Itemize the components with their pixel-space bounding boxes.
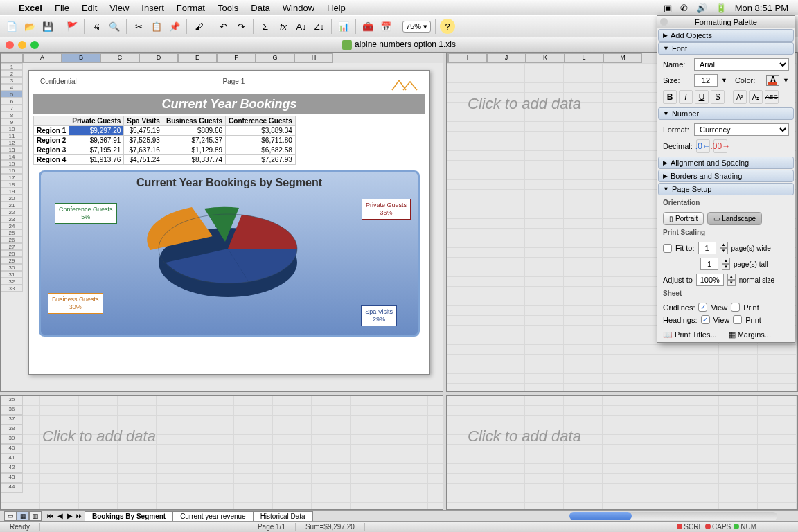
number-format-select[interactable]: Currency <box>694 123 789 136</box>
section-add-objects[interactable]: ▶Add Objects <box>658 29 794 42</box>
menu-edit[interactable]: Edit <box>82 3 97 13</box>
decrease-decimal-button[interactable]: .0← <box>696 139 710 153</box>
placeholder-br[interactable]: Click to add data <box>468 427 581 445</box>
fit-tall-input[interactable] <box>700 258 718 270</box>
section-alignment[interactable]: ▶Alignment and Spacing <box>658 157 794 169</box>
minimize-button[interactable] <box>18 41 26 49</box>
fit-wide-stepper[interactable]: ▲▼ <box>720 242 728 254</box>
flag-button[interactable]: 🚩 <box>64 19 80 34</box>
gridlines-print-checkbox[interactable] <box>731 303 740 312</box>
landscape-button[interactable]: ▭ Landscape <box>707 212 762 225</box>
placeholder-bl[interactable]: Click to add data <box>42 427 156 445</box>
italic-button[interactable]: I <box>679 90 693 104</box>
zoom-select[interactable]: 75% ▾ <box>402 21 431 33</box>
tab-prev-button[interactable]: ◀ <box>55 512 65 520</box>
col-c[interactable]: C <box>100 53 139 63</box>
preview-button[interactable]: 🔍 <box>107 19 122 34</box>
clock[interactable]: Mon 8:51 PM <box>735 3 788 13</box>
menu-insert[interactable]: Insert <box>141 3 164 13</box>
underline-button[interactable]: U <box>695 90 709 104</box>
palette-close-button[interactable] <box>660 18 668 26</box>
toolbox-button[interactable]: 🧰 <box>360 19 375 34</box>
close-button[interactable] <box>6 41 14 49</box>
adjust-input[interactable] <box>696 274 724 286</box>
tab-first-button[interactable]: ⏮ <box>46 512 55 520</box>
print-titles-button[interactable]: 📖 Print Titles... <box>663 330 717 339</box>
help-button[interactable]: ? <box>440 19 455 34</box>
portrait-button[interactable]: ▯ Portrait <box>663 212 704 225</box>
section-borders[interactable]: ▶Borders and Shading <box>658 170 794 182</box>
menu-app[interactable]: Excel <box>19 3 42 13</box>
pane-br[interactable]: Click to add data <box>446 395 798 510</box>
volume-icon[interactable]: 🔊 <box>696 3 707 13</box>
phone-icon[interactable]: ✆ <box>680 3 688 13</box>
menu-file[interactable]: File <box>55 3 69 13</box>
calendar-button[interactable]: 📅 <box>378 19 393 34</box>
new-button[interactable]: 📄 <box>4 19 19 34</box>
view-break-button[interactable]: ▥ <box>29 511 42 521</box>
superscript-button[interactable]: A² <box>733 90 747 104</box>
menu-view[interactable]: View <box>109 3 129 13</box>
gridlines-view-checkbox[interactable]: ✓ <box>698 303 707 312</box>
pane-bl[interactable]: 35363738394041424344 Click to add data <box>0 395 443 510</box>
adjust-stepper[interactable]: ▲▼ <box>727 274 736 286</box>
bold-button[interactable]: B <box>663 90 677 104</box>
battery-icon[interactable]: 🔋 <box>716 3 727 13</box>
menu-format[interactable]: Format <box>177 3 205 13</box>
fit-to-checkbox[interactable] <box>663 244 672 253</box>
view-layout-button[interactable]: ▦ <box>17 511 29 521</box>
section-page-setup[interactable]: ▼Page Setup <box>658 183 794 195</box>
menu-data[interactable]: Data <box>251 3 269 13</box>
section-font[interactable]: ▼Font <box>658 42 794 55</box>
tab-bookings[interactable]: Bookings By Segment <box>85 511 173 521</box>
horizontal-scrollbar[interactable] <box>569 512 777 520</box>
margins-button[interactable]: ▦ Margins... <box>729 330 771 339</box>
col-g[interactable]: G <box>256 53 294 63</box>
font-color-button[interactable]: A <box>766 75 779 86</box>
paste-button[interactable]: 📌 <box>167 19 182 34</box>
data-table[interactable]: Private GuestsSpa VisitsBusiness GuestsC… <box>33 116 296 165</box>
menu-tools[interactable]: Tools <box>218 3 238 13</box>
tab-revenue[interactable]: Current year revenue <box>172 511 254 521</box>
col-b[interactable]: B <box>62 53 100 63</box>
headings-print-checkbox[interactable] <box>733 315 742 324</box>
strikethrough-button[interactable]: ABC <box>765 90 779 104</box>
section-number[interactable]: ▼Number <box>658 107 794 120</box>
placeholder-tr[interactable]: Click to add data <box>468 95 581 113</box>
tab-historical[interactable]: Historical Data <box>253 511 313 521</box>
tab-last-button[interactable]: ⏭ <box>75 512 85 520</box>
col-e[interactable]: E <box>178 53 217 63</box>
pie-chart[interactable]: Current Year Bookings by Segment Private… <box>39 170 420 337</box>
open-button[interactable]: 📂 <box>22 19 37 34</box>
copy-button[interactable]: 📋 <box>149 19 164 34</box>
fx-button[interactable]: fx <box>276 19 291 34</box>
col-a[interactable]: A <box>23 53 62 63</box>
menu-window[interactable]: Window <box>283 3 314 13</box>
sort-desc-button[interactable]: Z↓ <box>312 19 327 34</box>
fit-wide-input[interactable] <box>698 242 716 254</box>
headings-view-checkbox[interactable]: ✓ <box>701 315 710 324</box>
redo-button[interactable]: ↷ <box>233 19 249 34</box>
save-button[interactable]: 💾 <box>40 19 55 34</box>
font-size-input[interactable] <box>694 74 718 87</box>
col-h[interactable]: H <box>294 53 333 63</box>
col-f[interactable]: F <box>217 53 256 63</box>
currency-button[interactable]: $ <box>711 90 725 104</box>
view-normal-button[interactable]: ▭ <box>4 511 17 521</box>
format-painter-button[interactable]: 🖌 <box>191 19 206 34</box>
tab-next-button[interactable]: ▶ <box>65 512 75 520</box>
increase-decimal-button[interactable]: .00→ <box>713 139 727 153</box>
print-button[interactable]: 🖨 <box>89 19 104 34</box>
cut-button[interactable]: ✂ <box>131 19 146 34</box>
autosum-button[interactable]: Σ <box>258 19 273 34</box>
col-d[interactable]: D <box>139 53 178 63</box>
display-icon[interactable]: ▣ <box>664 3 672 13</box>
sort-asc-button[interactable]: A↓ <box>294 19 309 34</box>
subscript-button[interactable]: A₂ <box>749 90 763 104</box>
zoom-button[interactable] <box>30 41 39 49</box>
chart-button[interactable]: 📊 <box>336 19 351 34</box>
undo-button[interactable]: ↶ <box>215 19 231 34</box>
font-name-select[interactable]: Arial <box>694 58 789 71</box>
fit-tall-stepper[interactable]: ▲▼ <box>722 258 730 270</box>
menu-help[interactable]: Help <box>327 3 346 13</box>
